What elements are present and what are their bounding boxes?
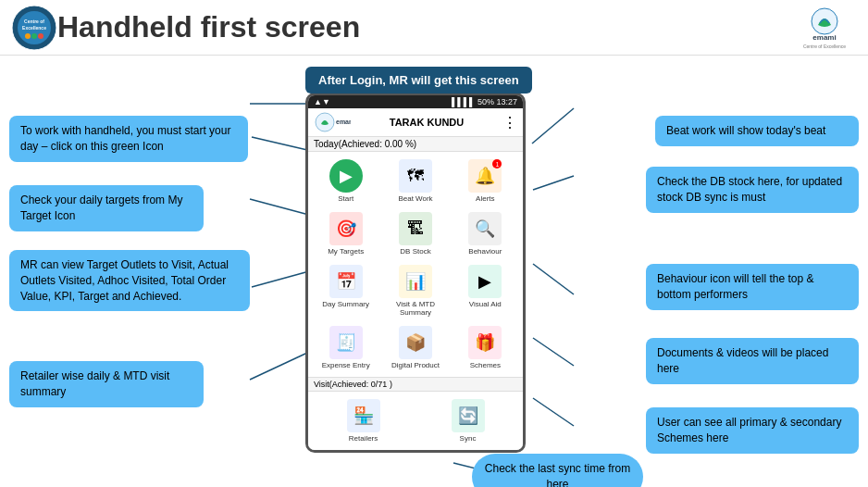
svg-point-4 [25,33,31,39]
callout-mr-view: MR can view Target Outlets to Visit, Act… [9,250,250,311]
emami-logo: emami Centre of Excellence [792,5,857,51]
svg-point-5 [31,33,37,39]
callout-db-stock: Check the DB stock here, for updated sto… [646,167,859,213]
phone-item-schemes[interactable]: 🎁 Schemes [452,322,519,373]
callout-schemes: User can see all primary & secondary Sch… [646,407,859,454]
svg-line-12 [532,108,574,144]
phone-achieved-bar: Today(Achieved: 0.00 %) [308,137,523,152]
svg-point-6 [38,33,43,39]
phone-item-digital-product[interactable]: 📦 Digital Product [381,322,449,373]
phone-item-behaviour[interactable]: 🔍 Behaviour [452,208,519,259]
coe-logo: Centre of Excellence [11,5,57,51]
phone-topbar: emami TARAK KUNDU ⋮ [308,108,523,137]
phone-icon-grid: ▶ Start 🗺 Beat Work 🔔 1 Alerts 🎯 [308,152,523,377]
phone-item-visit-mtd[interactable]: 📊 Visit & MTD Summary [381,261,449,320]
callout-documents: Documents & videos will be placed here [646,338,859,384]
phone-item-start[interactable]: ▶ Start [312,156,379,206]
phone-visit-bar: Visit(Achieved: 0/71 ) [308,377,523,392]
phone-item-sync[interactable]: 🔄 Sync [416,395,519,446]
phone-item-db-stock[interactable]: 🏗 DB Stock [381,208,449,259]
phone-mockup: ▲▼ ▌▌▌▌ 50% 13:27 emami TARAK KUNDU ⋮ To… [305,93,537,453]
callout-start-day: To work with handheld, you must start yo… [9,116,248,162]
callout-beat-work: Beat work will show today's beat [655,116,859,146]
phone-emami-logo: emami [314,112,351,132]
phone-item-retailers[interactable]: 🏪 Retailers [312,395,415,446]
phone-statusbar: ▲▼ ▌▌▌▌ 50% 13:27 [308,95,523,108]
phone-bottom-grid: 🏪 Retailers 🔄 Sync [308,392,523,450]
svg-text:Excellence: Excellence [22,25,46,31]
statusbar-right: ▌▌▌▌ 50% 13:27 [452,97,517,106]
phone-username: TARAK KUNDU [351,117,502,128]
login-banner: After Login, MR will get this screen [305,67,532,94]
svg-text:emami: emami [812,33,836,42]
svg-line-20 [533,398,574,426]
svg-text:emami: emami [336,119,351,125]
phone-item-beat-work[interactable]: 🗺 Beat Work [381,156,449,206]
statusbar-left: ▲▼ [314,97,330,106]
page-title: Handheld first screen [57,10,792,44]
phone-item-alerts[interactable]: 🔔 1 Alerts [452,156,519,206]
svg-text:Centre of: Centre of [24,19,44,24]
phone-item-expense-entry[interactable]: 🧾 Expense Entry [312,322,379,373]
svg-line-17 [533,264,574,294]
svg-line-13 [533,176,574,190]
header: Centre of Excellence Handheld first scre… [0,0,868,56]
phone-frame: ▲▼ ▌▌▌▌ 50% 13:27 emami TARAK KUNDU ⋮ To… [305,93,526,453]
callout-targets: Check your daily targets from My Target … [9,185,204,231]
phone-item-day-summary[interactable]: 📅 Day Summary [312,261,379,320]
callout-behaviour: Behaviour icon will tell the top & botto… [646,264,859,310]
callout-day-summary: Retailer wise daily & MTD visit summary [9,361,204,407]
callout-sync: Check the last sync time from here [472,454,643,487]
main-content: After Login, MR will get this screen To … [0,56,868,487]
phone-item-visual-aid[interactable]: ▶ Visual Aid [452,261,519,320]
phone-item-my-targets[interactable]: 🎯 My Targets [312,208,379,259]
svg-text:Centre of Excellence: Centre of Excellence [803,44,846,49]
svg-line-19 [533,338,574,366]
phone-menu-dots[interactable]: ⋮ [502,114,517,131]
